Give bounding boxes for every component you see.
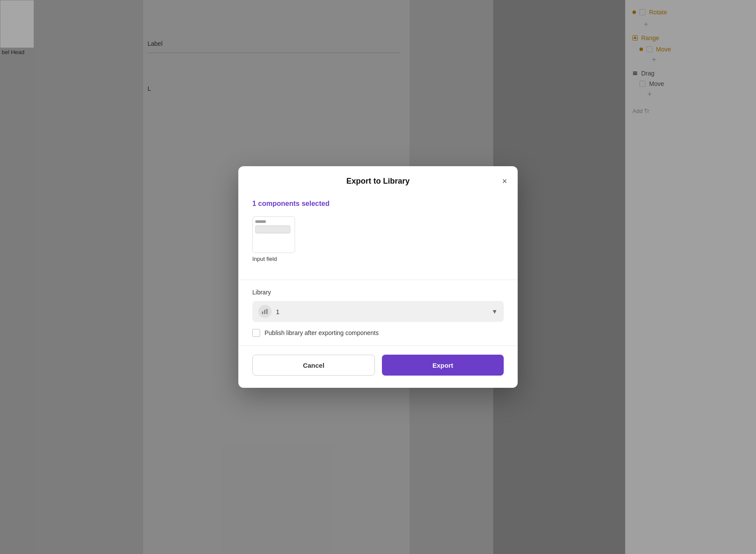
close-button[interactable]: × bbox=[500, 175, 509, 187]
library-section: Library 1 ▼ Publish library bbox=[238, 280, 518, 345]
publish-checkbox[interactable] bbox=[252, 329, 260, 337]
library-select-value: 1 bbox=[276, 308, 487, 315]
cancel-button[interactable]: Cancel bbox=[252, 355, 375, 376]
modal-body: 1 components selected Input field bbox=[238, 193, 518, 280]
component-name: Input field bbox=[252, 256, 277, 262]
dropdown-arrow-icon: ▼ bbox=[491, 308, 498, 315]
components-selected-text: 1 components selected bbox=[252, 200, 504, 208]
publish-row: Publish library after exporting componen… bbox=[252, 329, 504, 337]
modal-title: Export to Library bbox=[346, 177, 409, 186]
component-thumbnail bbox=[252, 216, 295, 253]
thumbnail-input-line bbox=[255, 226, 290, 233]
library-dropdown[interactable]: 1 ▼ bbox=[252, 301, 504, 322]
svg-rect-0 bbox=[262, 311, 263, 314]
library-label: Library bbox=[252, 289, 504, 296]
publish-label: Publish library after exporting componen… bbox=[265, 329, 378, 336]
modal-header: Export to Library × bbox=[238, 166, 518, 193]
library-icon bbox=[258, 305, 271, 318]
svg-rect-1 bbox=[264, 310, 265, 314]
export-modal: Export to Library × 1 components selecte… bbox=[238, 166, 518, 388]
export-button[interactable]: Export bbox=[382, 355, 504, 376]
modal-footer: Cancel Export bbox=[238, 345, 518, 388]
component-preview-wrap: Input field bbox=[252, 216, 504, 262]
thumbnail-label-line bbox=[255, 220, 266, 223]
modal-backdrop: Export to Library × 1 components selecte… bbox=[0, 0, 756, 554]
